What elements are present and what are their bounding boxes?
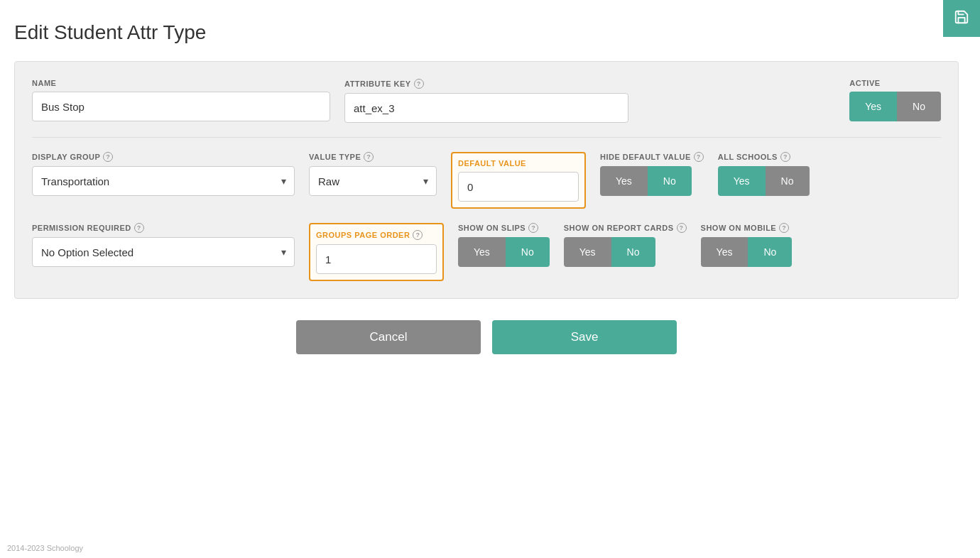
form-card: NAME ATTRIBUTE KEY ? ACTIVE Yes No <box>14 61 959 299</box>
default-value-field-group: DEFAULT VALUE <box>451 152 586 209</box>
active-field-group: ACTIVE Yes No <box>849 79 941 121</box>
default-value-highlight-wrapper: DEFAULT VALUE <box>451 152 586 209</box>
show-on-report-cards-field-group: SHOW ON REPORT CARDS ? Yes No <box>564 223 687 267</box>
show-on-slips-yes-button[interactable]: Yes <box>458 237 506 267</box>
top-save-button[interactable] <box>954 9 969 28</box>
active-yes-button[interactable]: Yes <box>849 92 897 121</box>
all-schools-yes-button[interactable]: Yes <box>718 166 766 196</box>
all-schools-toggle-group: Yes No <box>718 166 810 196</box>
section-display-value: DISPLAY GROUP ? Transportation General M… <box>32 152 941 209</box>
default-value-input[interactable] <box>458 172 579 202</box>
default-value-label: DEFAULT VALUE <box>458 159 579 168</box>
display-group-field-group: DISPLAY GROUP ? Transportation General M… <box>32 152 295 196</box>
attr-key-input[interactable] <box>344 93 628 123</box>
value-type-help-icon[interactable]: ? <box>364 152 374 162</box>
permission-help-icon[interactable]: ? <box>134 223 144 233</box>
show-on-slips-field-group: SHOW ON SLIPS ? Yes No <box>458 223 550 267</box>
page-content: Edit Student Attr Type NAME ATTRIBUTE KE… <box>0 0 980 376</box>
hide-default-no-button[interactable]: No <box>648 166 692 196</box>
active-toggle-group: Yes No <box>849 92 941 121</box>
show-on-slips-toggle-group: Yes No <box>458 237 550 267</box>
value-type-select[interactable]: Raw Text Number Date Boolean <box>309 166 437 196</box>
permission-field-group: PERMISSION REQUIRED ? No Option Selected… <box>32 223 295 267</box>
groups-page-order-highlight-wrapper: GROUPS PAGE ORDER ? <box>309 223 444 281</box>
section-divider <box>32 137 941 138</box>
footer-text: 2014-2023 Schoology <box>7 544 83 552</box>
hide-default-yes-button[interactable]: Yes <box>600 166 648 196</box>
attr-key-label: ATTRIBUTE KEY ? <box>344 79 628 89</box>
value-type-label: VALUE TYPE ? <box>309 152 437 162</box>
all-schools-no-button[interactable]: No <box>766 166 810 196</box>
all-schools-field-group: ALL SCHOOLS ? Yes No <box>718 152 810 196</box>
all-schools-help-icon[interactable]: ? <box>780 152 790 162</box>
show-on-slips-help-icon[interactable]: ? <box>528 223 538 233</box>
display-group-help-icon[interactable]: ? <box>103 152 113 162</box>
groups-page-order-field-group: GROUPS PAGE ORDER ? <box>309 223 444 281</box>
hide-default-label: HIDE DEFAULT VALUE ? <box>600 152 704 162</box>
page-title: Edit Student Attr Type <box>14 21 959 44</box>
save-button[interactable]: Save <box>492 320 677 354</box>
section-permission-show: PERMISSION REQUIRED ? No Option Selected… <box>32 223 941 281</box>
show-on-mobile-no-button[interactable]: No <box>748 237 792 267</box>
attr-key-help-icon[interactable]: ? <box>414 79 424 89</box>
groups-page-order-label: GROUPS PAGE ORDER ? <box>316 230 437 240</box>
attr-key-field-group: ATTRIBUTE KEY ? <box>344 79 628 123</box>
display-group-select-wrapper: Transportation General Medical ▾ <box>32 166 295 196</box>
all-schools-label: ALL SCHOOLS ? <box>718 152 810 162</box>
value-type-field-group: VALUE TYPE ? Raw Text Number Date Boolea… <box>309 152 437 196</box>
value-type-select-wrapper: Raw Text Number Date Boolean ▾ <box>309 166 437 196</box>
display-group-select[interactable]: Transportation General Medical <box>32 166 295 196</box>
show-on-report-cards-help-icon[interactable]: ? <box>677 223 687 233</box>
groups-page-order-help-icon[interactable]: ? <box>413 230 423 240</box>
name-input[interactable] <box>32 92 330 121</box>
show-on-mobile-field-group: SHOW ON MOBILE ? Yes No <box>701 223 793 267</box>
permission-select[interactable]: No Option Selected <box>32 237 295 267</box>
show-on-report-cards-yes-button[interactable]: Yes <box>564 237 611 267</box>
name-label: NAME <box>32 79 330 87</box>
show-on-report-cards-label: SHOW ON REPORT CARDS ? <box>564 223 687 233</box>
hide-default-toggle-group: Yes No <box>600 166 704 196</box>
name-field-group: NAME <box>32 79 330 121</box>
active-label: ACTIVE <box>849 79 941 87</box>
action-buttons: Cancel Save <box>14 320 959 354</box>
show-on-slips-label: SHOW ON SLIPS ? <box>458 223 550 233</box>
hide-default-help-icon[interactable]: ? <box>694 152 704 162</box>
show-on-mobile-help-icon[interactable]: ? <box>779 223 789 233</box>
cancel-button[interactable]: Cancel <box>296 320 481 354</box>
display-group-label: DISPLAY GROUP ? <box>32 152 295 162</box>
permission-select-wrapper: No Option Selected ▾ <box>32 237 295 267</box>
permission-label: PERMISSION REQUIRED ? <box>32 223 295 233</box>
show-on-mobile-label: SHOW ON MOBILE ? <box>701 223 793 233</box>
active-no-button[interactable]: No <box>897 92 941 121</box>
show-on-slips-no-button[interactable]: No <box>506 237 550 267</box>
section-name-attr: NAME ATTRIBUTE KEY ? ACTIVE Yes No <box>32 79 941 123</box>
show-on-report-cards-toggle-group: Yes No <box>564 237 687 267</box>
show-on-report-cards-no-button[interactable]: No <box>611 237 655 267</box>
show-on-mobile-toggle-group: Yes No <box>701 237 793 267</box>
top-save-bar <box>943 0 980 37</box>
show-on-mobile-yes-button[interactable]: Yes <box>701 237 748 267</box>
hide-default-field-group: HIDE DEFAULT VALUE ? Yes No <box>600 152 704 196</box>
groups-page-order-input[interactable] <box>316 244 437 274</box>
